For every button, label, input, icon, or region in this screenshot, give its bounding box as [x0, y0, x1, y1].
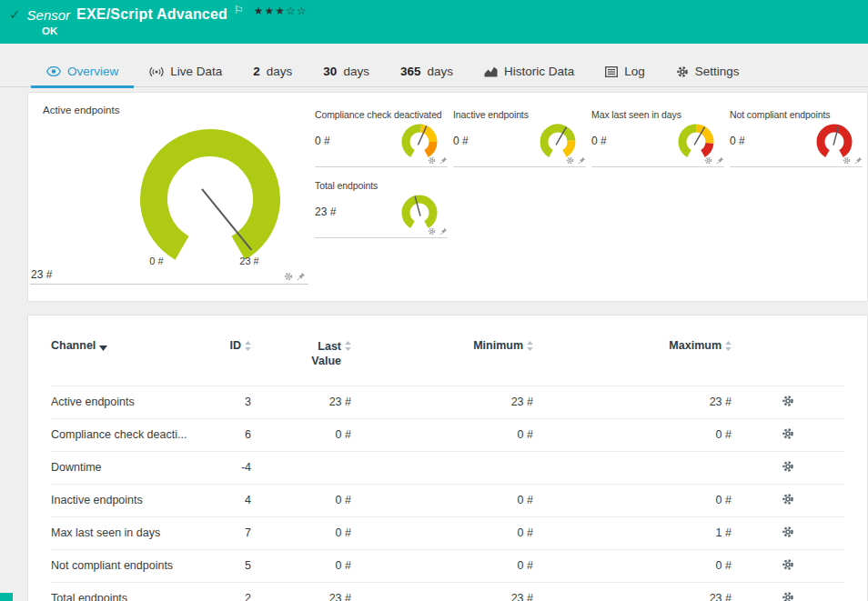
- channel-minimum: 23 #: [351, 386, 533, 418]
- column-header-channel[interactable]: Channel: [51, 334, 204, 386]
- gauge-card: Compliance check deactivated0 #: [315, 109, 448, 167]
- channel-id: 6: [204, 418, 251, 451]
- channel-name[interactable]: Inactive endpoints: [51, 484, 204, 516]
- tab-live-data[interactable]: Live Data: [134, 56, 237, 86]
- channel-row: Inactive endpoints40 #0 #0 #: [51, 484, 844, 516]
- gauge-pin-icon[interactable]: [439, 227, 448, 235]
- star-empty-icon[interactable]: ☆: [286, 5, 297, 17]
- channel-settings-icon[interactable]: [782, 558, 794, 571]
- gauge-settings-gear-icon[interactable]: [843, 156, 851, 165]
- gauge-pin-icon[interactable]: [716, 156, 724, 165]
- gauge-actions: [566, 156, 586, 165]
- column-header-id[interactable]: ID: [204, 334, 251, 386]
- channel-id: 3: [204, 386, 251, 418]
- gauge-settings-gear-icon[interactable]: [704, 156, 712, 165]
- column-label: Maximum: [669, 339, 722, 352]
- gauge-actions: [284, 272, 306, 281]
- gauge-dial: [115, 119, 306, 268]
- tab-label: Settings: [695, 65, 740, 78]
- column-header-settings: [732, 334, 844, 386]
- live-data-icon: [149, 66, 164, 77]
- channel-settings-icon[interactable]: [782, 395, 794, 407]
- tab-number: 365: [400, 65, 421, 78]
- sort-icon: [245, 341, 251, 354]
- sort-icon: [725, 341, 732, 354]
- settings-icon: [676, 65, 689, 78]
- star-filled-icon[interactable]: ★: [275, 5, 286, 17]
- gauges-panel: Active endpoints 0 # 23 # 23 # Complianc…: [27, 92, 868, 302]
- channel-minimum: 23 #: [351, 582, 533, 601]
- star-filled-icon[interactable]: ★: [265, 5, 276, 17]
- channel-name[interactable]: Compliance check deacti...: [51, 418, 204, 451]
- channel-row: Max last seen in days70 #0 #1 #: [51, 516, 844, 549]
- gauge-settings-gear-icon[interactable]: [284, 272, 293, 281]
- gauge-actions: [428, 156, 448, 165]
- column-header-min[interactable]: Minimum: [351, 334, 533, 386]
- channel-settings-icon[interactable]: [782, 427, 794, 440]
- tab-historic-data[interactable]: Historic Data: [469, 56, 590, 86]
- channel-settings-icon[interactable]: [782, 493, 794, 506]
- gauge-value: 0 #: [591, 135, 607, 147]
- gauge-scale-min: 0 #: [149, 255, 163, 266]
- priority-stars[interactable]: ★★★☆☆: [254, 5, 308, 17]
- tab-log[interactable]: Log: [590, 56, 661, 86]
- gauge-title: Not compliant endpoints: [730, 109, 863, 120]
- channel-row: Not compliant endpoints50 #0 #0 #: [51, 549, 844, 582]
- tab-label: Overview: [67, 65, 118, 78]
- star-filled-icon[interactable]: ★: [254, 5, 265, 17]
- channel-name[interactable]: Active endpoints: [51, 386, 204, 418]
- channel-name[interactable]: Downtime: [51, 451, 204, 484]
- channel-minimum: [351, 451, 533, 484]
- flag-icon[interactable]: ⚐: [234, 4, 244, 16]
- gauge-pin-icon[interactable]: [854, 156, 863, 165]
- channel-minimum: 0 #: [351, 516, 533, 549]
- tab-bar: OverviewLive Data2days30days365daysHisto…: [0, 56, 868, 87]
- table-header-row: ChannelIDLast ValueMinimumMaximum: [51, 334, 844, 386]
- tab-365-days[interactable]: 365days: [385, 56, 469, 86]
- gauge-settings-gear-icon[interactable]: [428, 227, 436, 235]
- sort-icon: [345, 341, 351, 354]
- channel-name[interactable]: Total endpoints: [51, 582, 204, 601]
- sensor-status-text: OK: [42, 25, 859, 36]
- column-header-max[interactable]: Maximum: [533, 334, 732, 386]
- channel-last-value: 0 #: [251, 516, 351, 549]
- gauge-pin-icon[interactable]: [439, 156, 448, 165]
- channel-id: 2: [204, 582, 251, 601]
- channel-settings-icon[interactable]: [782, 460, 794, 473]
- tab-settings[interactable]: Settings: [661, 56, 755, 86]
- star-empty-icon[interactable]: ☆: [297, 5, 308, 17]
- channel-id: -4: [204, 451, 251, 484]
- channel-maximum: 23 #: [533, 582, 732, 601]
- gauge-settings-gear-icon[interactable]: [566, 156, 574, 165]
- gauge-needle: [202, 189, 251, 250]
- channel-last-value: 0 #: [251, 418, 351, 451]
- tab-30-days[interactable]: 30days: [308, 56, 385, 86]
- column-header-last[interactable]: Last Value: [251, 334, 351, 386]
- tab-label: days: [267, 65, 293, 78]
- gauge-value: 0 #: [315, 135, 330, 147]
- channel-settings-icon[interactable]: [782, 591, 794, 601]
- gauge-pin-icon[interactable]: [578, 156, 586, 165]
- channel-name[interactable]: Not compliant endpoints: [51, 549, 204, 582]
- channel-last-value: 23 #: [251, 386, 351, 418]
- gauge-pin-icon[interactable]: [297, 272, 306, 281]
- channel-last-value: 23 #: [251, 582, 351, 601]
- channel-maximum: 0 #: [533, 549, 732, 582]
- channel-minimum: 0 #: [351, 418, 533, 451]
- column-label: Minimum: [473, 339, 523, 352]
- channel-name[interactable]: Max last seen in days: [51, 516, 204, 549]
- channel-settings-icon[interactable]: [782, 526, 794, 538]
- gauge-title: Total endpoints: [315, 180, 448, 191]
- gauge-card: Not compliant endpoints0 #: [730, 109, 863, 167]
- gauge-value: 0 #: [453, 135, 469, 147]
- channel-row: Downtime-4: [51, 451, 844, 484]
- gauge-value: 23 #: [315, 205, 336, 218]
- gauge-settings-gear-icon[interactable]: [428, 156, 436, 165]
- tab-2-days[interactable]: 2days: [237, 56, 308, 86]
- primary-gauge-dial-area: 0 # 23 #: [115, 119, 306, 268]
- scroll-corner-accent[interactable]: [0, 593, 13, 601]
- gauge-title: Active endpoints: [28, 105, 315, 115]
- tab-overview[interactable]: Overview: [31, 56, 134, 86]
- channel-row: Active endpoints323 #23 #23 #: [51, 386, 844, 418]
- tab-label: days: [343, 65, 369, 78]
